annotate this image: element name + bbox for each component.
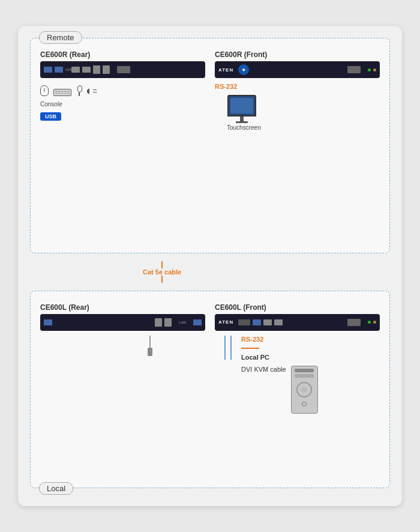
llocal-port-1	[44, 319, 52, 325]
usb-port-1	[44, 67, 52, 73]
console-area	[40, 83, 205, 98]
ldvi-port	[347, 319, 361, 326]
usb-dongle-line	[149, 336, 151, 348]
laudio-2	[274, 319, 283, 325]
ce600r-front-title: CE600R (Front)	[215, 50, 380, 59]
rs232-hline	[241, 348, 259, 349]
ce600l-front-panel: CE600L (Front) ATEN	[215, 303, 380, 414]
remote-box: Remote CE600R (Rear) CONSOLE	[30, 38, 390, 253]
keyboard-item	[53, 89, 71, 96]
mouse-item	[40, 85, 49, 96]
ce600r-rear-title: CE600R (Rear)	[40, 50, 205, 59]
dvi-kvm-label: DVI KVM cable	[241, 366, 286, 373]
laudio-1	[263, 319, 272, 325]
pc-tower	[291, 366, 318, 414]
kvm-line-2	[230, 336, 232, 360]
rs232-label-remote: RS-232	[215, 83, 237, 90]
mouse-icon	[40, 85, 49, 96]
keyboard-icon	[53, 89, 71, 96]
console-label-bar: CONSOLE	[65, 68, 69, 71]
local-box: Local CE600L (Rear) LAN	[30, 291, 390, 488]
pc-fan	[296, 382, 312, 397]
speaker-item	[87, 86, 99, 96]
llocal-port-3	[193, 319, 202, 325]
console-text: Console	[40, 101, 205, 107]
lrj45-port-1	[155, 318, 162, 327]
dvi-port-front	[347, 66, 361, 73]
ce600l-rear-title: CE600L (Rear)	[40, 303, 205, 312]
pc-power-btn	[302, 402, 307, 407]
touchscreen-monitor	[227, 95, 257, 123]
remote-diagram: CE600R (Rear) CONSOLE	[40, 50, 380, 131]
star-button[interactable]: ✦	[238, 64, 249, 75]
lusb-port	[253, 319, 261, 325]
ce600l-rear-bar: LAN	[40, 314, 205, 331]
usb-dongle	[148, 348, 152, 356]
speaker-icon	[87, 86, 99, 96]
dvi-port	[117, 66, 130, 73]
main-container: Remote CE600R (Rear) CONSOLE	[18, 26, 402, 506]
ce600l-rear-panel: CE600L (Rear) LAN	[40, 303, 205, 414]
llan-label: LAN	[179, 321, 186, 324]
ce600r-front-bar: ATEN ✦	[215, 61, 380, 78]
cat5e-line-top	[161, 261, 163, 268]
monitor-screen	[227, 95, 256, 116]
mic-icon	[76, 85, 82, 96]
led-2	[373, 68, 376, 71]
audio-port-2	[82, 67, 91, 73]
lled-1	[368, 321, 371, 324]
ce600r-front-panel: CE600R (Front) ATEN ✦ RS-23	[215, 50, 380, 131]
local-label: Local	[39, 482, 73, 495]
remote-label: Remote	[39, 31, 82, 44]
remote-inner: CE600R (Rear) CONSOLE	[40, 50, 380, 131]
audio-port-1	[71, 67, 80, 73]
pc-drive-2	[295, 374, 314, 378]
pc-drive-1	[295, 369, 314, 372]
lrj45-port-2	[164, 318, 172, 327]
usb-badge: USB	[40, 112, 61, 121]
ldvi-port-wide	[238, 319, 250, 325]
led-1	[368, 68, 371, 71]
touchscreen-label: Touchscreen	[227, 124, 261, 131]
local-inner: CE600L (Rear) LAN	[40, 303, 380, 414]
cat5e-label: Cat 5e cable	[143, 268, 181, 276]
ce600l-front-bar: ATEN	[215, 314, 380, 331]
kvm-line-1	[224, 336, 226, 360]
mic-item	[76, 85, 82, 96]
cat5e-line-bottom	[161, 276, 163, 283]
aten-logo-remote: ATEN	[218, 67, 233, 73]
local-pc-label: Local PC	[241, 354, 318, 361]
aten-logo-local: ATEN	[218, 319, 233, 325]
ce600r-rear-bar: CONSOLE	[40, 61, 205, 78]
usb-port-2	[55, 67, 63, 73]
rj45-port-2	[103, 65, 110, 74]
ce600l-front-title: CE600L (Front)	[215, 303, 380, 312]
rj45-port	[93, 65, 100, 74]
rs232-label-local: RS-232	[241, 336, 318, 343]
ce600r-rear-panel: CE600R (Rear) CONSOLE	[40, 50, 205, 131]
lled-2	[373, 321, 376, 324]
